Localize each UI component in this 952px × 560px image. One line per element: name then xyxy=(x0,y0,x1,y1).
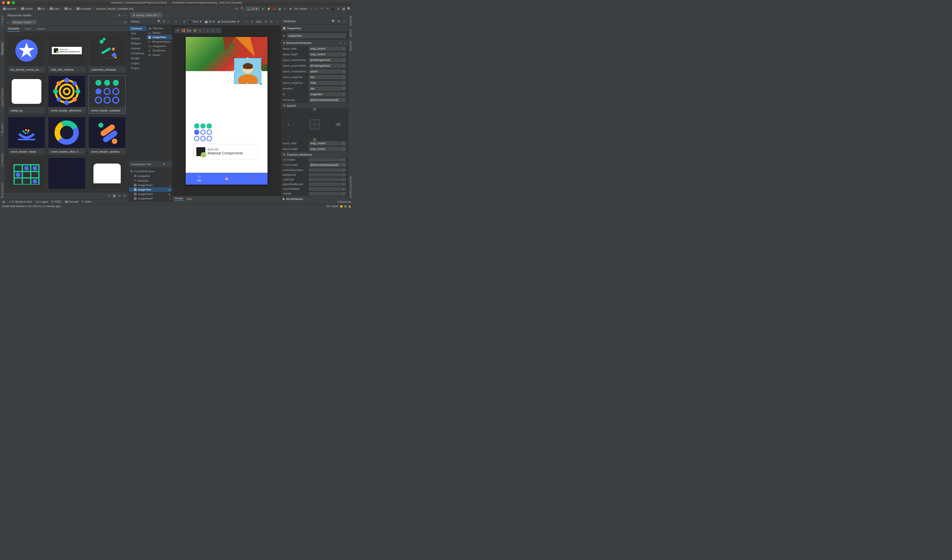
lock-icon[interactable]: 🔒 xyxy=(348,205,351,208)
search-icon[interactable]: 🔍 xyxy=(158,20,161,23)
gutter-captures[interactable]: Layout Captures xyxy=(1,88,4,108)
gutter-structure[interactable]: 7: Structure xyxy=(1,122,4,137)
resource-card[interactable]: Built withMaterial Components built_with… xyxy=(48,35,85,73)
pitem-recyclerview[interactable]: ≡RecyclerView⬇ xyxy=(147,39,172,44)
pcat-text[interactable]: Text xyxy=(129,31,147,36)
margin-selector[interactable]: 8dp xyxy=(187,29,191,32)
gear-icon[interactable]: ⚙ xyxy=(337,20,340,23)
pitem-imageview[interactable]: 🖼ImageView xyxy=(147,35,172,39)
attr-value[interactable] xyxy=(309,183,346,186)
attr-value[interactable]: @+id/imageView2 xyxy=(309,58,346,62)
gutter-gradle[interactable]: Gradle xyxy=(349,28,352,38)
stop-icon[interactable]: ■ xyxy=(289,7,292,11)
apply-changes-icon[interactable]: ⚡ xyxy=(267,7,271,11)
gutter-favorites[interactable]: 2: Favorites xyxy=(1,152,4,167)
add-button[interactable]: + xyxy=(7,20,9,24)
zoom-out-icon[interactable]: ⊖ xyxy=(118,194,121,197)
resize-handle[interactable] xyxy=(233,70,235,72)
event-log[interactable]: ⊙ Event Log xyxy=(337,201,351,203)
pitem-fragment[interactable]: <><fragment> xyxy=(147,44,172,48)
wand-icon[interactable]: ✨ xyxy=(193,29,196,32)
magnet-icon[interactable]: 🧲 xyxy=(181,29,185,32)
close-icon[interactable] xyxy=(2,1,5,4)
error-badge-icon[interactable]: ● xyxy=(275,20,279,23)
remove-attr-icon[interactable]: − xyxy=(343,41,346,44)
attr-value[interactable] xyxy=(309,192,346,195)
attr-value[interactable]: 8dp xyxy=(309,75,346,79)
debug-icon[interactable]: 🐞 xyxy=(272,7,276,11)
gutter-ant[interactable]: Ant Build xyxy=(349,15,352,26)
common-section[interactable]: ▼ Common Attributes xyxy=(281,152,348,157)
add-constraint-icon[interactable]: ⊕ xyxy=(287,123,289,126)
pcat-common[interactable]: Common xyxy=(129,26,147,31)
tab-design[interactable]: Design xyxy=(175,197,183,201)
gear-icon[interactable]: ⚙ xyxy=(162,162,165,166)
tool-build[interactable]: 🔨 Build xyxy=(82,201,91,203)
resize-handle[interactable] xyxy=(260,70,262,72)
minimize-icon[interactable]: — xyxy=(167,20,170,23)
pcat-project[interactable]: Project xyxy=(129,66,147,71)
nav-info[interactable]: ⓘInfo xyxy=(186,173,213,185)
tree-item[interactable]: 🖼imageView3▲ xyxy=(129,192,172,196)
resource-card[interactable]: event_header_office_hoursDrawable1 versi… xyxy=(48,117,85,154)
tree-item[interactable]: 🖼imageView▲ xyxy=(129,187,172,192)
margin-top[interactable]: 8 xyxy=(313,108,316,111)
attr-value[interactable]: 32dp xyxy=(309,81,346,85)
resource-card[interactable]: event_header_sandboxDrawable1 version xyxy=(88,117,126,154)
download-icon[interactable]: ⬇ xyxy=(168,40,171,43)
codelabs-image[interactable] xyxy=(193,122,213,142)
resource-card[interactable]: dialog_bgDrawable1 version xyxy=(8,76,45,114)
attr-value[interactable]: parent xyxy=(309,69,346,74)
structure-icon[interactable]: ▦ xyxy=(342,7,346,11)
pitem-button[interactable]: ▭Button xyxy=(147,31,172,35)
attr-value[interactable]: @tools:sample/avatars[0] xyxy=(309,98,346,102)
profile-icon[interactable]: ◉ xyxy=(278,7,282,11)
sdk-icon[interactable]: ⬇ xyxy=(336,7,340,11)
declared-section[interactable]: ▼ Declared Attributes + − xyxy=(281,40,348,46)
margin-bottom[interactable]: 0 xyxy=(313,138,316,141)
theme-selector[interactable]: ◉ NoActionBar ▼ xyxy=(218,20,240,23)
pcat-containers[interactable]: Containers xyxy=(129,51,147,56)
search-icon[interactable]: 🔍 xyxy=(332,20,335,23)
attr-value[interactable]: wrap_content xyxy=(309,52,346,57)
zoom-in-icon[interactable]: ⊕ xyxy=(264,20,267,23)
history-icon[interactable]: ↶ xyxy=(320,7,324,11)
resize-handle[interactable] xyxy=(247,57,249,59)
collapse-icon[interactable]: ▣ xyxy=(2,200,5,204)
grid-view-icon[interactable]: ▦ xyxy=(113,194,116,197)
resize-handle[interactable] xyxy=(247,83,249,85)
attr-value[interactable] xyxy=(309,173,346,176)
attr-value[interactable] xyxy=(309,168,346,172)
tree-root[interactable]: ⊞ConstraintLayout xyxy=(129,169,172,173)
resource-card[interactable]: btn_pinned_events_thu...Drawable1 versio… xyxy=(8,35,45,73)
gear-icon[interactable]: ⚙ xyxy=(162,20,165,23)
breadcrumb-item[interactable]: src xyxy=(37,7,46,11)
search-icon[interactable]: 🔍 xyxy=(347,7,351,11)
design-mode-icon[interactable]: ◈ xyxy=(174,20,178,23)
canvas-area[interactable]: 👁 🧲 8dp ✨ ✕ ≡ ⫿ Ⅰ xyxy=(172,26,281,196)
zoom-in-icon[interactable]: ⊕ xyxy=(123,194,126,197)
gutter-device-explorer[interactable]: Device File Explorer xyxy=(349,175,352,199)
breadcrumb-item[interactable]: main xyxy=(49,7,60,11)
revert-icon[interactable]: ↷ xyxy=(325,7,329,11)
pitem-textview[interactable]: AbTextView xyxy=(147,26,172,31)
minimize-icon[interactable] xyxy=(7,1,10,4)
constraint-diagram[interactable]: 8 0 32 ⊕ xyxy=(281,108,348,140)
minimize-panel-icon[interactable]: — xyxy=(123,14,126,17)
material-card[interactable]: Built withMaterial Components xyxy=(193,144,258,159)
avd-icon[interactable]: 📱 xyxy=(331,7,335,11)
gutter-project[interactable]: 1: Project xyxy=(1,15,4,27)
tool-logcat[interactable]: ≡ 6: Logcat xyxy=(36,201,48,203)
attr-value[interactable]: 4dp xyxy=(309,86,346,91)
attr-value[interactable] xyxy=(309,187,346,191)
close-tab-icon[interactable]: × xyxy=(158,14,160,16)
resource-card[interactable]: event_header_codelabsDrawable1 version xyxy=(88,76,126,114)
pcat-buttons[interactable]: Buttons xyxy=(129,36,147,41)
breadcrumb-item[interactable]: mobile xyxy=(20,7,34,11)
device-frame[interactable]: Built withMaterial Components ⓘInfo 📅 📍 xyxy=(186,37,267,185)
list-view-icon[interactable]: ☰ xyxy=(107,194,111,197)
sync-icon[interactable]: ⟳ xyxy=(235,7,239,11)
tree-item[interactable]: ✂snackbar xyxy=(129,178,172,183)
tab-layout[interactable]: Layout xyxy=(36,26,46,31)
tool-todo[interactable]: ☑ TODO xyxy=(51,201,61,203)
